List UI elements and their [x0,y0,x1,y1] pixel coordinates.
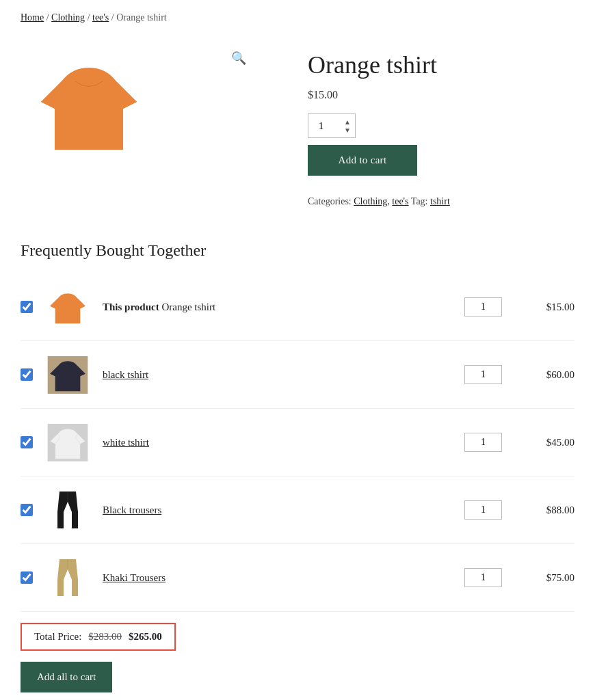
product-section: 🔍 Orange tshirt $15.00 1 ▲ ▼ Add to cart… [0,30,595,228]
fbt-link-black-trousers[interactable]: Black trousers [103,504,161,515]
fbt-thumb-white-tshirt [44,418,92,466]
fbt-qty-input-black-trousers[interactable] [464,500,502,520]
fbt-link-white-tshirt[interactable]: white tshirt [103,437,149,448]
product-price: $15.00 [308,89,574,101]
fbt-checkbox-white-tshirt[interactable] [21,436,33,448]
fbt-link-black-tshirt[interactable]: black tshirt [103,369,148,380]
fbt-qty-black-trousers[interactable] [464,500,502,520]
total-new-price: $265.00 [129,631,162,643]
product-image-col: 🔍 [21,44,280,167]
qty-arrows[interactable]: ▲ ▼ [344,118,351,134]
fbt-item-black-trousers: Black trousers $88.00 [21,476,574,544]
product-image [34,54,144,157]
fbt-price-black-trousers: $88.00 [527,504,574,516]
fbt-thumb-khaki-trousers [44,554,92,602]
fbt-title: Frequently Bought Together [21,241,574,260]
fbt-price-black-tshirt: $60.00 [527,369,574,381]
fbt-name-khaki-trousers: Khaki Trousers [103,572,453,584]
breadcrumb: Home / Clothing / tee's / Orange tshirt [0,0,595,30]
qty-add-row: 1 ▲ ▼ Add to cart [308,113,574,176]
fbt-checkbox-black-tshirt[interactable] [21,368,33,381]
fbt-name-white-tshirt: white tshirt [103,437,453,448]
fbt-item-khaki-trousers: Khaki Trousers $75.00 [21,544,574,612]
product-image-wrapper [21,44,157,167]
fbt-section: Frequently Bought Together This product … [0,228,595,700]
fbt-price-orange-tshirt: $15.00 [527,301,574,313]
tag-link[interactable]: tshirt [430,196,450,206]
breadcrumb-current: Orange tshirt [116,12,166,23]
category-tees-link[interactable]: tee's [392,196,408,206]
fbt-qty-input-white-tshirt[interactable] [464,433,502,452]
add-all-to-cart-button[interactable]: Add all to cart [21,662,112,692]
tag-label: Tag: [411,196,428,206]
quantity-stepper[interactable]: 1 ▲ ▼ [308,113,356,138]
fbt-qty-black-tshirt[interactable] [464,365,502,384]
fbt-checkbox-black-trousers[interactable] [21,504,33,516]
fbt-name-orange-tshirt: This product Orange tshirt [103,301,453,313]
product-title: Orange tshirt [308,51,574,79]
breadcrumb-home[interactable]: Home [21,12,44,23]
fbt-checkbox-khaki-trousers[interactable] [21,571,33,584]
categories-line: Categories: Clothing, tee's Tag: tshirt [308,196,574,207]
fbt-qty-input-black-tshirt[interactable] [464,365,502,384]
fbt-name-black-trousers: Black trousers [103,504,453,516]
qty-up-arrow[interactable]: ▲ [344,118,351,126]
product-details: Orange tshirt $15.00 1 ▲ ▼ Add to cart C… [308,44,574,207]
fbt-item-white-tshirt: white tshirt $45.00 [21,409,574,476]
zoom-icon[interactable]: 🔍 [231,51,246,66]
fbt-link-khaki-trousers[interactable]: Khaki Trousers [103,572,166,583]
fbt-qty-white-tshirt[interactable] [464,433,502,452]
total-price-box: Total Price: $283.00 $265.00 [21,623,176,651]
fbt-qty-orange-tshirt[interactable] [464,297,502,317]
fbt-thumb-black-trousers [44,486,92,534]
fbt-price-khaki-trousers: $75.00 [527,572,574,584]
fbt-price-white-tshirt: $45.00 [527,437,574,448]
fbt-qty-input-khaki-trousers[interactable] [464,568,502,587]
total-old-price: $283.00 [88,631,122,643]
breadcrumb-clothing[interactable]: Clothing [51,12,85,23]
breadcrumb-tees[interactable]: tee's [92,12,109,23]
quantity-input[interactable]: 1 [313,120,340,132]
total-price-label: Total Price: [34,631,81,643]
fbt-thumb-black-tshirt [44,351,92,399]
fbt-item-black-tshirt: black tshirt $60.00 [21,341,574,409]
fbt-name-black-tshirt: black tshirt [103,369,453,381]
add-to-cart-button[interactable]: Add to cart [308,145,417,176]
fbt-thumb-orange-tshirt [44,283,92,331]
fbt-qty-khaki-trousers[interactable] [464,568,502,587]
qty-down-arrow[interactable]: ▼ [344,126,351,134]
fbt-qty-input-orange-tshirt[interactable] [464,297,502,317]
fbt-item-orange-tshirt: This product Orange tshirt $15.00 [21,273,574,341]
fbt-checkbox-orange-tshirt[interactable] [21,301,33,313]
categories-label: Categories: [308,196,352,206]
category-clothing-link[interactable]: Clothing [354,196,387,206]
